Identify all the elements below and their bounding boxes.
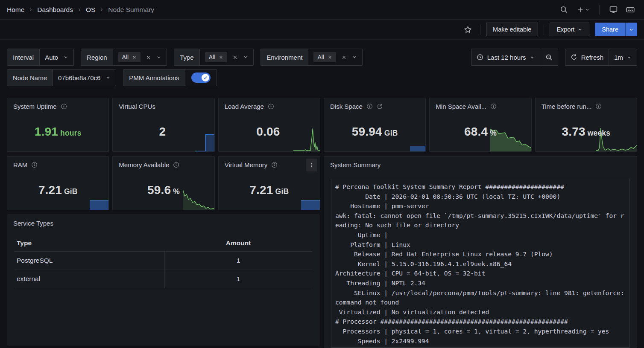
panel-virtual-memory: Virtual Memory 7.21GiB	[218, 156, 320, 210]
make-editable-button[interactable]: Make editable	[486, 23, 538, 36]
panel-title[interactable]: System Summary	[330, 161, 381, 168]
chevron-down-icon[interactable]	[156, 55, 161, 60]
time-range-button[interactable]: Last 12 hours	[471, 49, 540, 65]
keyboard-shortcuts-button[interactable]	[624, 3, 637, 17]
panel-title[interactable]: Disk Space	[330, 103, 363, 110]
pmm-annotations-control: PMM Annotations	[123, 69, 217, 86]
type-selected-chip: All	[205, 52, 228, 62]
info-icon[interactable]	[173, 162, 179, 168]
panel-title[interactable]: Service Types	[13, 220, 53, 227]
stat-value: 68.4%	[430, 125, 531, 139]
pmm-annotations-toggle[interactable]	[191, 72, 211, 83]
favorite-button[interactable]	[461, 23, 474, 36]
panel-title[interactable]: Memory Available	[119, 161, 169, 168]
refresh-label: Refresh	[581, 54, 604, 61]
stat-value: 59.6%	[113, 183, 214, 197]
refresh-button[interactable]: Refresh	[565, 49, 609, 65]
interval-label: Interval	[7, 49, 40, 65]
breadcrumb-os[interactable]: OS	[86, 6, 95, 14]
service-types-table: Type Amount PostgreSQL 1 external 1	[14, 235, 312, 288]
column-header-amount[interactable]: Amount	[164, 239, 312, 247]
share-menu-button[interactable]	[625, 23, 637, 36]
chevron-down-icon	[63, 55, 68, 60]
panel-service-types: Service Types Type Amount PostgreSQL 1 e…	[7, 215, 319, 345]
breadcrumb-dashboards[interactable]: Dashboards	[37, 6, 73, 14]
share-button[interactable]: Share	[595, 23, 625, 36]
type-control: Type All	[174, 49, 254, 66]
monitor-icon	[609, 5, 618, 14]
type-label: Type	[174, 49, 200, 65]
export-label: Export	[556, 26, 574, 33]
table-row: PostgreSQL 1	[14, 252, 312, 270]
sparkline	[90, 200, 108, 210]
system-summary-box: # Percona Toolkit System Summary Report …	[331, 179, 630, 348]
chevron-right-icon	[99, 7, 104, 12]
refresh-interval-select[interactable]: 1m	[609, 49, 637, 65]
panel-title[interactable]: Load Average	[225, 103, 264, 110]
stat-value: 7.21GiB	[219, 183, 320, 197]
region-select[interactable]: All	[113, 49, 167, 65]
environment-value: All	[317, 54, 324, 61]
breadcrumb-home[interactable]: Home	[7, 6, 24, 14]
info-icon[interactable]	[31, 162, 38, 168]
kiosk-mode-button[interactable]	[606, 3, 620, 17]
panel-menu-button[interactable]	[306, 159, 317, 171]
remove-value-icon[interactable]	[219, 55, 223, 60]
clear-all-icon[interactable]	[146, 55, 151, 60]
panel-title[interactable]: Min Space Avail...	[436, 103, 486, 110]
info-icon[interactable]	[271, 162, 278, 168]
chevron-right-icon	[28, 7, 33, 12]
panel-title[interactable]: RAM	[13, 161, 27, 168]
stat-value: 0.06	[219, 125, 320, 139]
external-link-icon[interactable]	[377, 103, 383, 110]
panel-title[interactable]: Virtual CPUs	[119, 103, 155, 110]
add-new-button[interactable]	[574, 3, 592, 17]
panel-memory-available: Memory Available 59.6%	[112, 156, 214, 210]
node-name-select[interactable]: 07b6be8a70c6	[53, 70, 116, 86]
chevron-down-icon[interactable]	[352, 55, 357, 60]
toolbar-divider	[480, 24, 480, 35]
breadcrumb: Home Dashboards OS Node Summary	[7, 6, 154, 14]
toggle-knob	[202, 74, 209, 81]
interval-control: Interval Auto	[7, 49, 74, 66]
system-summary-text: # Percona Toolkit System Summary Report …	[335, 182, 624, 346]
top-nav: Home Dashboards OS Node Summary	[0, 0, 644, 20]
cell-amount: 1	[164, 270, 313, 288]
export-button[interactable]: Export	[550, 23, 589, 36]
info-icon[interactable]	[595, 103, 602, 110]
search-button[interactable]	[557, 3, 571, 17]
chevron-down-icon	[578, 27, 583, 32]
clear-all-icon[interactable]	[341, 55, 347, 60]
panel-title[interactable]: Time before run...	[542, 103, 592, 110]
environment-select[interactable]: All	[308, 49, 362, 65]
environment-selected-chip: All	[313, 52, 336, 62]
stat-value: 2	[113, 125, 214, 139]
panel-title[interactable]: Virtual Memory	[225, 161, 268, 168]
column-header-type[interactable]: Type	[14, 239, 164, 247]
node-name-label: Node Name	[7, 70, 53, 86]
remove-value-icon[interactable]	[132, 55, 137, 60]
panel-title[interactable]: System Uptime	[13, 103, 57, 110]
info-icon[interactable]	[268, 103, 274, 110]
panel-system-summary: System Summary # Percona Toolkit System …	[324, 156, 637, 348]
chevron-down-icon[interactable]	[243, 55, 248, 60]
stat-value: 7.21GiB	[7, 183, 108, 197]
panel-load-average: Load Average 0.06	[218, 98, 320, 152]
clear-all-icon[interactable]	[232, 55, 238, 60]
zoom-out-time-button[interactable]	[540, 49, 558, 65]
region-control: Region All	[81, 49, 167, 66]
info-icon[interactable]	[61, 103, 67, 110]
interval-select[interactable]: Auto	[40, 49, 73, 65]
info-icon[interactable]	[490, 103, 497, 110]
refresh-group: Refresh 1m	[565, 49, 637, 66]
interval-value: Auto	[45, 54, 58, 61]
cell-type: PostgreSQL	[14, 252, 164, 270]
share-split-button: Share	[595, 23, 637, 36]
info-icon[interactable]	[366, 103, 373, 110]
table-row: external 1	[14, 270, 312, 288]
refresh-interval-value: 1m	[614, 54, 623, 61]
remove-value-icon[interactable]	[328, 55, 332, 60]
environment-label: Environment	[261, 49, 308, 65]
star-icon	[464, 26, 472, 34]
type-select[interactable]: All	[200, 49, 254, 65]
